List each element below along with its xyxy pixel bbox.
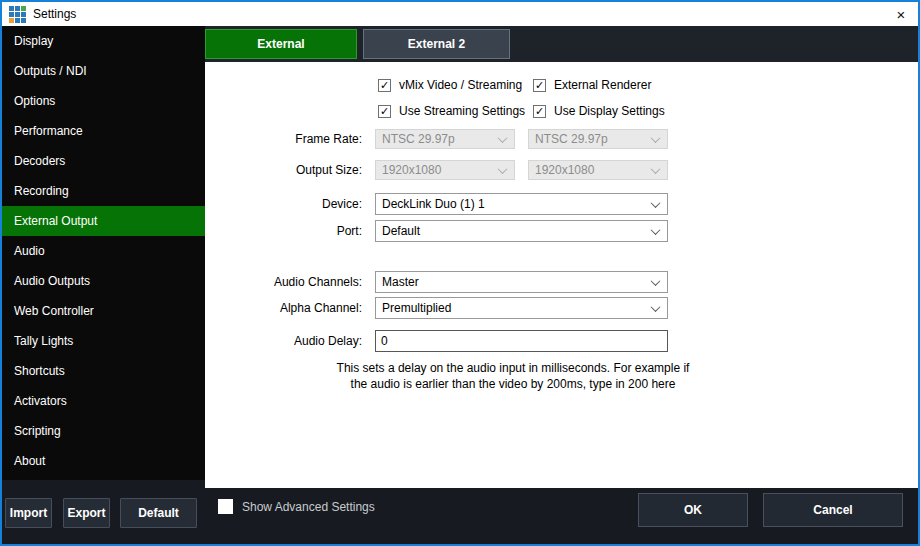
audio-delay-label: Audio Delay:	[205, 334, 362, 348]
default-button[interactable]: Default	[120, 498, 197, 528]
vmix-video-streaming-checkbox[interactable]: ✓ vMix Video / Streaming	[378, 78, 522, 92]
external-renderer-checkbox[interactable]: ✓ External Renderer	[533, 78, 651, 92]
audio-delay-help-text: This sets a delay on the audio input in …	[333, 360, 693, 392]
vmix-logo-icon	[9, 6, 26, 23]
sidebar-item-external-output[interactable]: External Output	[2, 206, 205, 236]
chevron-down-icon	[498, 133, 508, 143]
port-label: Port:	[205, 224, 362, 238]
chevron-down-icon	[651, 133, 661, 143]
sidebar-item-about[interactable]: About	[2, 446, 205, 476]
sidebar-item-display[interactable]: Display	[2, 26, 205, 56]
output-size-select-1: 1920x1080	[375, 160, 515, 180]
frame-rate-select-1: NTSC 29.97p	[375, 129, 515, 149]
frame-rate-label: Frame Rate:	[205, 132, 362, 146]
checkbox-icon[interactable]: ✓	[378, 79, 391, 92]
sidebar-item-options[interactable]: Options	[2, 86, 205, 116]
chevron-down-icon	[651, 276, 661, 286]
chevron-down-icon	[651, 198, 661, 208]
sidebar-item-web-controller[interactable]: Web Controller	[2, 296, 205, 326]
checkbox-icon[interactable]: ✓	[378, 105, 391, 118]
tab-strip: External External 2	[205, 26, 918, 62]
sidebar-item-tally-lights[interactable]: Tally Lights	[2, 326, 205, 356]
sidebar-item-scripting[interactable]: Scripting	[2, 416, 205, 446]
device-select[interactable]: DeckLink Duo (1) 1	[375, 193, 668, 215]
sidebar-item-activators[interactable]: Activators	[2, 386, 205, 416]
chevron-down-icon	[651, 225, 661, 235]
checkbox-icon[interactable]: ✓	[533, 79, 546, 92]
checkbox-icon[interactable]: ✓	[533, 105, 546, 118]
audio-channels-select[interactable]: Master	[375, 271, 668, 293]
audio-channels-label: Audio Channels:	[205, 275, 362, 289]
use-streaming-settings-checkbox[interactable]: ✓ Use Streaming Settings	[378, 104, 525, 118]
sidebar-footer: Import Export Default	[2, 480, 205, 544]
alpha-channel-select[interactable]: Premultiplied	[375, 297, 668, 319]
sidebar-item-decoders[interactable]: Decoders	[2, 146, 205, 176]
sidebar: Display Outputs / NDI Options Performanc…	[2, 26, 205, 480]
use-display-settings-checkbox[interactable]: ✓ Use Display Settings	[533, 104, 665, 118]
checkbox-label: vMix Video / Streaming	[399, 78, 522, 92]
cancel-button[interactable]: Cancel	[763, 493, 903, 527]
frame-rate-select-2: NTSC 29.97p	[528, 129, 668, 149]
audio-delay-input[interactable]	[375, 330, 668, 352]
checkbox-label: Use Streaming Settings	[399, 104, 525, 118]
titlebar: Settings ×	[2, 2, 918, 26]
sidebar-item-audio-outputs[interactable]: Audio Outputs	[2, 266, 205, 296]
device-label: Device:	[205, 197, 362, 211]
settings-window: Settings × Display Outputs / NDI Options…	[0, 0, 920, 546]
chevron-down-icon	[651, 302, 661, 312]
alpha-channel-label: Alpha Channel:	[205, 301, 362, 315]
ok-button[interactable]: OK	[638, 493, 748, 527]
port-select[interactable]: Default	[375, 220, 668, 242]
show-advanced-settings-label: Show Advanced Settings	[242, 500, 375, 514]
sidebar-item-outputs-ndi[interactable]: Outputs / NDI	[2, 56, 205, 86]
export-button[interactable]: Export	[63, 498, 110, 528]
sidebar-item-shortcuts[interactable]: Shortcuts	[2, 356, 205, 386]
checkbox-label: External Renderer	[554, 78, 651, 92]
output-size-label: Output Size:	[205, 163, 362, 177]
footer-bar: Show Advanced Settings OK Cancel	[205, 488, 918, 544]
tab-external[interactable]: External	[205, 29, 357, 59]
window-title: Settings	[33, 7, 76, 21]
external-output-panel: ✓ vMix Video / Streaming ✓ External Rend…	[205, 62, 918, 488]
close-icon[interactable]: ×	[884, 2, 918, 26]
sidebar-item-recording[interactable]: Recording	[2, 176, 205, 206]
show-advanced-settings-checkbox[interactable]: Show Advanced Settings	[218, 499, 375, 514]
tab-external-2[interactable]: External 2	[363, 29, 510, 59]
sidebar-item-audio[interactable]: Audio	[2, 236, 205, 266]
import-button[interactable]: Import	[5, 498, 52, 528]
chevron-down-icon	[498, 164, 508, 174]
sidebar-item-performance[interactable]: Performance	[2, 116, 205, 146]
output-size-select-2: 1920x1080	[528, 160, 668, 180]
checkbox-label: Use Display Settings	[554, 104, 665, 118]
chevron-down-icon	[651, 164, 661, 174]
checkbox-icon[interactable]	[218, 499, 233, 514]
